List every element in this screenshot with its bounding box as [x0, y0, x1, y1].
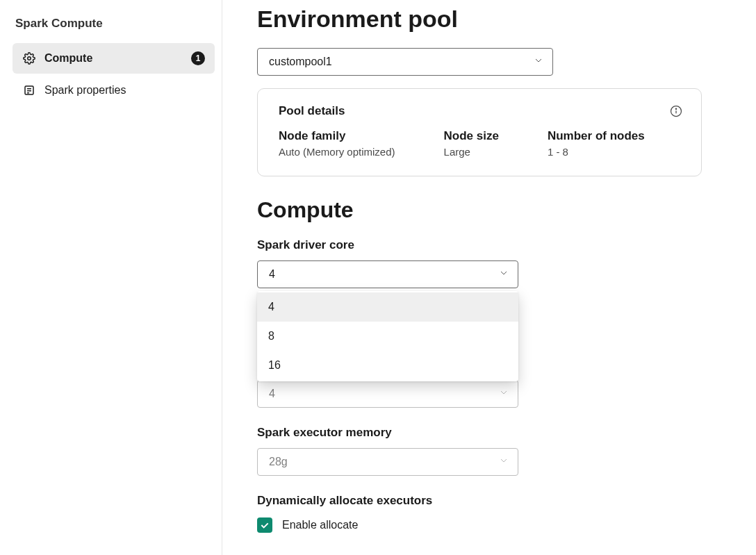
pool-col-label: Node family — [279, 129, 395, 143]
sidebar-title: Spark Compute — [13, 14, 215, 43]
hidden-select[interactable]: 4 — [257, 380, 518, 408]
main-content: Environment pool custompool1 Pool detail… — [222, 0, 756, 555]
enable-allocate-checkbox[interactable] — [257, 517, 272, 533]
svg-point-0 — [28, 57, 31, 60]
list-icon — [22, 83, 36, 97]
pool-col-value: Large — [444, 146, 499, 158]
heading-compute: Compute — [257, 197, 721, 223]
pool-details-card: Pool details Node family Auto (Memory op… — [257, 88, 702, 176]
dropdown-option[interactable]: 8 — [257, 322, 518, 351]
driver-core-dropdown: 4 8 16 — [257, 291, 518, 381]
driver-core-value: 4 — [269, 268, 275, 281]
chevron-down-icon — [498, 455, 509, 469]
heading-environment-pool: Environment pool — [257, 6, 721, 33]
sidebar-item-label: Compute — [44, 52, 183, 65]
field-label: Spark executor memory — [257, 426, 721, 440]
sidebar-item-spark-properties[interactable]: Spark properties — [13, 75, 215, 106]
field-executor-memory: Spark executor memory 28g — [257, 426, 721, 476]
pool-col-label: Number of nodes — [548, 129, 645, 143]
checkbox-label: Enable allocate — [282, 519, 358, 531]
pool-select[interactable]: custompool1 — [257, 48, 553, 76]
sidebar-badge: 1 — [191, 51, 205, 65]
pool-col-value: 1 - 8 — [548, 146, 645, 158]
driver-core-select[interactable]: 4 — [257, 260, 518, 288]
pool-details-title: Pool details — [279, 104, 680, 118]
sidebar: Spark Compute Compute 1 Spark prope — [0, 0, 222, 555]
field-partial-hidden: 4 — [257, 380, 721, 408]
executor-memory-select[interactable]: 28g — [257, 448, 518, 476]
chevron-down-icon — [533, 55, 544, 69]
pool-select-value: custompool1 — [269, 56, 332, 68]
pool-col-node-count: Number of nodes 1 - 8 — [548, 129, 645, 158]
sidebar-item-compute[interactable]: Compute 1 — [13, 43, 215, 74]
hidden-select-value: 4 — [269, 388, 275, 400]
field-dynamic-allocate: Dynamically allocate executors Enable al… — [257, 494, 721, 533]
pool-col-label: Node size — [444, 129, 499, 143]
gear-icon — [22, 51, 36, 65]
sidebar-item-label: Spark properties — [44, 84, 205, 97]
chevron-down-icon — [498, 267, 509, 281]
field-label: Spark driver core — [257, 238, 721, 252]
field-label: Dynamically allocate executors — [257, 494, 721, 508]
executor-memory-value: 28g — [269, 456, 288, 468]
dropdown-option[interactable]: 4 — [257, 292, 518, 322]
pool-col-value: Auto (Memory optimized) — [279, 146, 395, 158]
info-icon[interactable] — [669, 104, 683, 118]
chevron-down-icon — [498, 387, 509, 401]
svg-point-7 — [675, 108, 676, 109]
dropdown-option[interactable]: 16 — [257, 351, 518, 380]
pool-col-node-size: Node size Large — [444, 129, 499, 158]
field-driver-core: Spark driver core 4 4 8 16 — [257, 238, 721, 288]
pool-col-node-family: Node family Auto (Memory optimized) — [279, 129, 395, 158]
